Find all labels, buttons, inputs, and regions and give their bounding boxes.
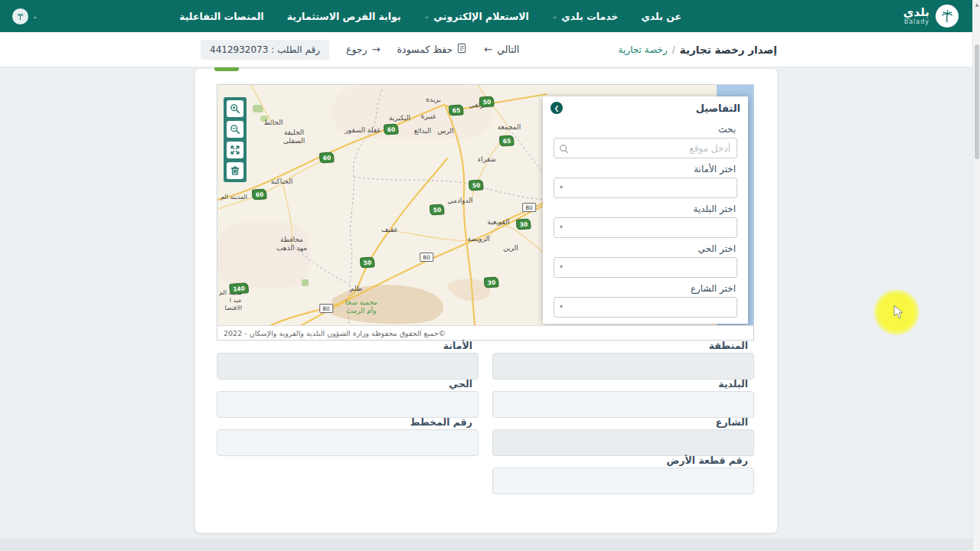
page-subheader: إصدار رخصة تجارية / رخصة تجارية رقم الطل… [0,32,980,67]
search-label: بحث [554,124,736,135]
search-icon [559,142,569,157]
globe-icon [12,8,28,24]
nav-item-label: خدمات بلدي [561,11,618,22]
field-input[interactable] [492,429,754,456]
dropdown-2[interactable]: ▾ [554,257,737,278]
form-field-4: الشارع [492,417,754,456]
form-field-2: البلدية [492,379,754,418]
dropdown-3[interactable]: ▾ [554,297,737,318]
chevron-down-icon: ▾ [560,263,563,270]
chevron-down-icon: ▾ [560,184,563,191]
form-field-3: الحي [217,379,479,418]
brand-name-english: balady [904,19,929,25]
select-label-2: اختر الحي [554,243,736,254]
nav-item-label: بوابة الفرص الاستثمارية [287,11,401,22]
field-input[interactable] [217,429,479,456]
chevron-down-icon: ▾ [560,303,563,310]
form-field-1: الأمانة [217,341,479,380]
back-button-label: رجوع [346,44,368,55]
field-label: المنطقة [492,341,754,353]
search-location-input[interactable] [554,138,737,158]
copyright-text: ©جميع الحقوق محفوظة وزارة الشؤون البلدية… [224,329,446,337]
map-canvas[interactable]: بريدةعنيزةالبكيريةالبدائعالرسالزلفيالمجم… [217,85,753,325]
select-label-1: اختر البلدية [554,204,736,214]
zoom-out-button[interactable] [227,121,243,138]
field-label: الأمانة [217,341,479,353]
form-field-6: رقم قطعة الأرض [492,455,754,494]
chevron-down-icon: ▾ [560,223,563,230]
nav-item-0[interactable]: عن بلدي [641,11,681,22]
back-button[interactable]: → رجوع [346,44,381,55]
map-toolbar [224,97,247,182]
field-input[interactable] [217,391,479,418]
request-number-badge: رقم الطلب : 4412932073 [201,40,329,60]
breadcrumb-separator: / [672,44,675,55]
mouse-cursor-icon [893,305,906,320]
form-field-0: المنطقة [492,341,754,380]
chevron-down-icon: ⌄ [32,12,38,20]
chevron-down-icon: ⌄ [424,12,430,20]
nav-item-1[interactable]: خدمات بلدي⌄ [552,11,619,22]
zoom-in-button[interactable] [227,100,243,117]
chevron-down-icon: ⌄ [552,12,558,20]
arrow-left-icon: ← [484,44,492,55]
balady-palm-icon [936,5,959,28]
field-label: البلدية [492,379,754,391]
collapse-panel-button[interactable]: ❯ [550,102,563,114]
field-input[interactable] [492,353,754,380]
nav-item-4[interactable]: المنصات التفاعلية [179,11,263,22]
field-input[interactable] [492,391,754,418]
form-field-5: رقم المخطط [217,417,479,456]
field-label: الشارع [492,417,754,429]
page-scrollbar[interactable]: ▲ [972,0,980,551]
nav-item-label: عن بلدي [641,11,681,22]
details-panel-title: التفاصيل [696,103,740,114]
select-label-3: اختر الشارع [554,283,736,294]
footer-band [0,539,980,551]
field-input[interactable] [217,353,479,380]
arrow-right-icon: → [372,44,381,55]
next-button[interactable]: التالي ← [484,44,519,55]
dropdown-1[interactable]: ▾ [554,217,737,238]
nav-item-label: المنصات التفاعلية [179,11,263,22]
field-label: رقم قطعة الأرض [492,455,754,468]
map-attribution: ©جميع الحقوق محفوظة وزارة الشؤون البلدية… [217,325,753,340]
scrollbar-up-arrow[interactable]: ▲ [974,2,980,7]
nav-item-2[interactable]: الاستعلام الإلكتروني⌄ [424,11,529,22]
field-input[interactable] [492,468,754,494]
brand-name-arabic: بلدي [903,7,929,18]
top-navigation-bar: بلدي balady عن بلديخدمات بلدي⌄الاستعلام … [0,0,980,32]
breadcrumb: إصدار رخصة تجارية / رخصة تجارية [619,44,777,56]
balady-logo[interactable]: بلدي balady [903,0,959,32]
nav-item-3[interactable]: بوابة الفرص الاستثمارية [287,11,401,22]
next-button-label: التالي [497,44,519,55]
nav-item-label: الاستعلام الإلكتروني [433,11,529,22]
details-panel: التفاصيل ❯ بحث اختر الأمانة [543,96,748,324]
license-step-card: بريدةعنيزةالبكيريةالبدائعالرسالزلفيالمجم… [195,69,777,533]
click-highlight [874,289,920,335]
scrollbar-thumb[interactable] [975,44,979,159]
panel-selects: اختر الأمانة▾اختر البلدية▾اختر الحي▾اختر… [554,158,737,318]
field-label: الحي [217,379,479,391]
location-map-section: بريدةعنيزةالبكيريةالبدائعالرسالزلفيالمجم… [217,84,754,341]
dropdown-0[interactable]: ▾ [554,178,737,198]
delete-drawing-button[interactable] [227,162,243,179]
save-draft-label: حفظ كمسودة [397,44,453,55]
select-label-0: اختر الأمانة [554,164,736,174]
main-nav: عن بلديخدمات بلدي⌄الاستعلام الإلكتروني⌄ب… [179,0,681,32]
save-draft-button[interactable]: حفظ كمسودة [397,43,468,56]
request-toolbar: رقم الطلب : 4412932073 → رجوع حفظ كمسودة… [201,40,519,60]
document-icon [457,43,467,56]
fullscreen-button[interactable] [227,142,243,158]
breadcrumb-parent[interactable]: إصدار رخصة تجارية [680,44,777,56]
breadcrumb-current[interactable]: رخصة تجارية [619,44,668,55]
field-label: رقم المخطط [217,417,479,429]
globe-menu[interactable]: ⌄ [12,0,38,32]
